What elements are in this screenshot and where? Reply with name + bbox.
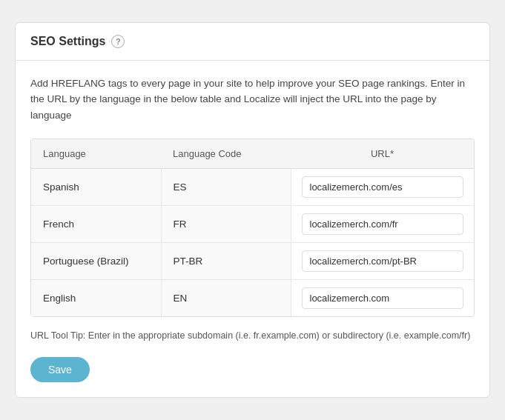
description-text: Add HREFLANG tags to every page in your … — [30, 76, 475, 124]
seo-settings-card: SEO Settings ? Add HREFLANG tags to ever… — [15, 22, 490, 399]
col-language: Language — [31, 139, 161, 169]
card-body: Add HREFLANG tags to every page in your … — [16, 61, 489, 398]
table-body: SpanishESFrenchFRPortuguese (Brazil)PT-B… — [31, 168, 474, 316]
cell-language-code: PT-BR — [161, 242, 291, 279]
card-header: SEO Settings ? — [16, 23, 489, 61]
cell-url — [291, 168, 474, 205]
url-input-en[interactable] — [302, 287, 464, 309]
url-tooltip: URL Tool Tip: Enter in the appropriate s… — [30, 329, 475, 343]
table-row: Portuguese (Brazil)PT-BR — [31, 242, 474, 279]
url-input-fr[interactable] — [302, 213, 464, 235]
language-table-wrapper: Language Language Code URL* SpanishESFre… — [30, 139, 475, 317]
col-url: URL* — [291, 139, 474, 169]
table-row: SpanishES — [31, 168, 474, 205]
table-row: FrenchFR — [31, 205, 474, 242]
cell-language: Portuguese (Brazil) — [31, 242, 161, 279]
cell-url — [291, 279, 474, 316]
url-input-ptbr[interactable] — [302, 250, 464, 272]
cell-url — [291, 242, 474, 279]
url-input-es[interactable] — [302, 176, 464, 198]
col-language-code: Language Code — [161, 139, 291, 169]
language-table: Language Language Code URL* SpanishESFre… — [31, 139, 474, 316]
save-button[interactable]: Save — [30, 357, 90, 382]
cell-language-code: ES — [161, 168, 291, 205]
table-header: Language Language Code URL* — [31, 139, 474, 169]
help-icon[interactable]: ? — [111, 35, 125, 48]
cell-language-code: EN — [161, 279, 291, 316]
card-title: SEO Settings — [30, 35, 105, 48]
cell-language: Spanish — [31, 168, 161, 205]
cell-language-code: FR — [161, 205, 291, 242]
table-row: EnglishEN — [31, 279, 474, 316]
cell-language: French — [31, 205, 161, 242]
cell-url — [291, 205, 474, 242]
cell-language: English — [31, 279, 161, 316]
